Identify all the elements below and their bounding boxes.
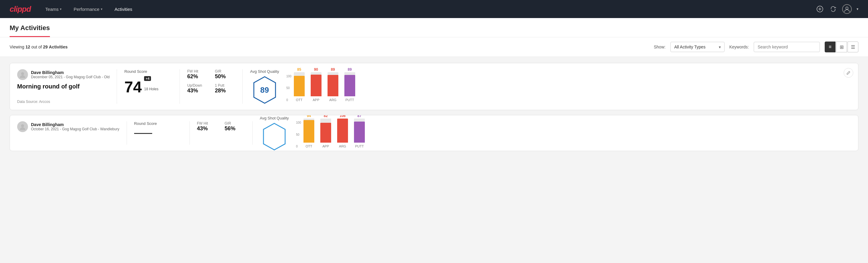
view-list-button[interactable]: ☰ — [847, 41, 858, 52]
bar-label-top: 106 — [340, 115, 346, 118]
stat-gir-2: GIR 56% — [225, 121, 245, 132]
bar-label-bottom: APP — [322, 144, 329, 148]
viewing-suffix: Activities — [49, 45, 68, 49]
y-axis-label: 0 — [286, 98, 291, 102]
navbar-actions: ▾ — [816, 4, 858, 14]
gir-label-2: GIR — [225, 121, 245, 125]
score-number: 74 — [124, 79, 142, 95]
bar-outer — [328, 72, 338, 96]
bar-inner — [328, 75, 338, 96]
bar-inner — [344, 75, 355, 96]
list-icon: ☰ — [851, 44, 855, 50]
bar-label-bottom: OTT — [306, 144, 312, 148]
page-title: My Activities — [10, 24, 50, 32]
bar-inner — [294, 76, 305, 96]
bar-outer — [354, 119, 365, 143]
user-info: Dave Billingham December 05, 2021 - Gog … — [31, 70, 110, 79]
score-section-2: Round Score — [134, 121, 182, 145]
user-chevron-icon[interactable]: ▾ — [857, 7, 858, 11]
svg-point-3 — [846, 7, 848, 9]
performance-chevron-icon: ▾ — [101, 7, 102, 11]
bar-outer — [304, 119, 314, 143]
activities-list: Dave Billingham December 05, 2021 - Gog … — [0, 57, 868, 157]
divider-3 — [242, 69, 243, 104]
show-label: Show: — [654, 45, 665, 49]
quality-left: Avg Shot Quality 89 — [250, 69, 279, 104]
bar-group: 85OTT — [294, 67, 305, 102]
hexagon-score: 89 — [260, 85, 269, 95]
bar-chart: 10050085OTT90APP89ARG89PUTT — [286, 71, 851, 102]
stat-fw-hit-2: FW Hit 43% — [197, 121, 217, 132]
bar-group: 90APP — [311, 67, 321, 102]
user-avatar-icon-2 — [17, 121, 28, 132]
hexagon: 89 — [253, 76, 277, 104]
user-info-2: Dave Billingham October 16, 2021 - Gog M… — [31, 122, 119, 131]
bar-label-top: 94 — [307, 115, 311, 118]
stat-updown: Up/Down 43% — [187, 83, 208, 94]
svg-marker-7 — [264, 123, 285, 150]
nav-teams-label: Teams — [45, 7, 59, 12]
divider-4 — [127, 121, 127, 145]
page-header: My Activities — [0, 18, 868, 37]
user-name-2: Dave Billingham — [31, 122, 119, 127]
activity-type-select-wrap[interactable]: All Activity Types — [671, 42, 724, 52]
bar-group: 89ARG — [328, 67, 338, 102]
stats-section: FW Hit 62% GIR 50% Up/Down 43% 1 Putt 28… — [187, 69, 235, 104]
user-date: December 05, 2021 - Gog Magog Golf Club … — [31, 75, 110, 79]
page-title-wrap: My Activities — [10, 18, 50, 37]
viewing-text: Viewing 12 out of 29 Activities — [10, 45, 68, 49]
activity-card: Dave Billingham December 05, 2021 - Gog … — [10, 63, 858, 110]
stat-fw-hit: FW Hit 62% — [187, 69, 208, 80]
bar-chart-2: 10050094OTT82APP106ARG87PUTT — [296, 118, 851, 148]
fw-hit-value: 62% — [187, 74, 208, 80]
bar-group: 94OTT — [304, 115, 314, 148]
round-score-label: Round Score — [124, 69, 172, 74]
divider-5 — [189, 121, 190, 145]
bar-inner — [304, 120, 314, 143]
viewing-count: 12 — [26, 45, 30, 49]
bar-group: 82APP — [320, 115, 331, 148]
bar-inner — [320, 123, 331, 143]
divider-2 — [180, 69, 180, 104]
nav-activities[interactable]: Activities — [110, 4, 137, 14]
bar-label-bottom: ARG — [329, 98, 337, 102]
bar-label-bottom: APP — [313, 98, 319, 102]
bar-outer — [320, 119, 331, 143]
search-input[interactable] — [754, 42, 820, 52]
y-axis-label: 0 — [296, 145, 301, 148]
filter-bar: Viewing 12 out of 29 Activities Show: Al… — [0, 37, 868, 57]
bar-group: 87PUTT — [354, 115, 365, 148]
quality-label: Avg Shot Quality — [250, 69, 279, 74]
bar-label-bottom: PUTT — [345, 98, 354, 102]
card-left: Dave Billingham December 05, 2021 - Gog … — [17, 69, 110, 104]
nav-performance[interactable]: Performance ▾ — [69, 4, 107, 14]
user-avatar[interactable] — [842, 4, 852, 14]
add-icon[interactable] — [816, 5, 824, 13]
data-source: Data Source: Arccos — [17, 97, 110, 104]
keywords-label: Keywords: — [730, 45, 749, 49]
gir-value-2: 56% — [225, 125, 245, 132]
activity-card-2: Dave Billingham October 16, 2021 - Gog M… — [10, 115, 858, 151]
bar-label-top: 82 — [323, 115, 328, 118]
bar-group: 106ARG — [337, 115, 348, 148]
nav-teams[interactable]: Teams ▾ — [40, 4, 66, 14]
user-date-2: October 16, 2021 - Gog Magog Golf Club -… — [31, 127, 119, 131]
y-axis-label: 50 — [286, 86, 291, 90]
user-name: Dave Billingham — [31, 70, 110, 75]
user-row: Dave Billingham December 05, 2021 - Gog … — [17, 69, 110, 80]
view-list-dense-button[interactable]: ≡ — [825, 41, 836, 52]
activity-type-select[interactable]: All Activity Types — [671, 42, 724, 52]
navbar: clippd Teams ▾ Performance ▾ Activities — [0, 0, 868, 18]
logo[interactable]: clippd — [10, 4, 31, 14]
oneputt-value: 28% — [215, 88, 235, 94]
svg-point-6 — [21, 124, 24, 127]
refresh-icon[interactable] — [829, 5, 837, 13]
y-axis-label: 100 — [286, 75, 291, 78]
view-buttons: ≡ ⊞ ☰ — [825, 41, 858, 52]
view-grid-button[interactable]: ⊞ — [836, 41, 847, 52]
bar-label-top: 87 — [357, 115, 361, 118]
bar-label-bottom: OTT — [296, 98, 303, 102]
edit-button[interactable] — [844, 68, 853, 78]
viewing-total: 29 — [43, 45, 48, 49]
quality-section-2: Avg Shot Quality 10050094OTT82APP106ARG8… — [260, 121, 851, 145]
